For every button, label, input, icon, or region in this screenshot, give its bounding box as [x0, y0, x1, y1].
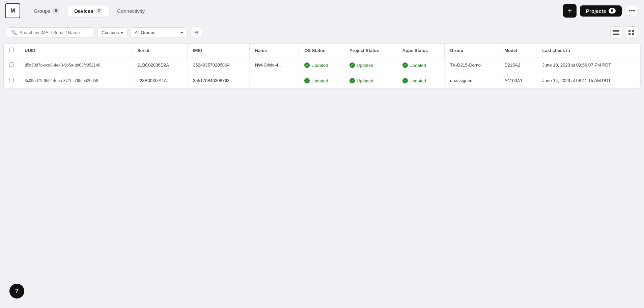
cell-model: A4100A1	[499, 73, 537, 88]
header-checkbox[interactable]	[4, 44, 19, 57]
col-header-project-status: Project Status	[344, 44, 397, 57]
groups-chevron: ▾	[181, 30, 183, 35]
groups-label: All Groups	[135, 30, 155, 35]
projects-label: Projects	[586, 8, 606, 14]
col-header-group: Group	[445, 44, 499, 57]
row-checkbox-cell[interactable]	[4, 73, 19, 88]
tab-devices-badge: 2	[95, 8, 103, 14]
col-header-imei: IMEI	[187, 44, 249, 57]
devices-table: UUID Serial IMEI Name OS Status Project …	[3, 43, 641, 88]
cell-uuid: 3c09ed72-95f2-4dba-877f-c765fb52bd59	[19, 73, 132, 88]
project-status-text: Updated	[357, 78, 373, 83]
add-button[interactable]: +	[563, 4, 577, 18]
svg-rect-7	[632, 33, 634, 35]
svg-rect-0	[613, 30, 619, 31]
col-header-serial: Serial	[132, 44, 188, 57]
cell-serial: 21BC02836D2A	[132, 57, 188, 73]
cell-project-status: ✓ Updated	[344, 57, 397, 73]
search-input[interactable]	[20, 30, 90, 35]
tab-groups-label: Groups	[34, 8, 50, 14]
col-header-model: Model	[499, 44, 537, 57]
list-view-button[interactable]	[610, 26, 622, 38]
help-icon: ?	[15, 288, 19, 295]
search-icon: 🔍	[11, 30, 17, 35]
svg-rect-1	[613, 31, 619, 32]
apps-status-text: Updated	[410, 63, 426, 68]
projects-button[interactable]: Projects 6	[580, 5, 622, 17]
cell-apps-status: ✓ Updated	[397, 57, 444, 73]
contains-dropdown[interactable]: Contains ▾	[97, 27, 128, 38]
cell-last-check-in: June 18, 2023 at 09:56:07 PM PDT	[537, 57, 640, 73]
cell-model: D215A2	[499, 57, 537, 73]
svg-rect-3	[613, 34, 619, 35]
more-button[interactable]: •••	[625, 4, 639, 18]
topbar-right: + Projects 6 •••	[563, 4, 639, 18]
view-controls	[610, 26, 637, 38]
cell-group: TK-D215-Demo	[445, 57, 499, 73]
svg-rect-4	[628, 30, 631, 32]
logo: M	[5, 3, 20, 18]
cell-imei: 352403570205864	[187, 57, 249, 73]
apps-status-icon: ✓	[402, 78, 408, 83]
row-checkbox[interactable]	[9, 62, 13, 67]
col-header-last-check-in: Last check in	[537, 44, 640, 57]
contains-chevron: ▾	[121, 30, 123, 35]
tab-connectivity[interactable]: Connectivity	[110, 5, 151, 17]
topbar: M Groups 6 Devices 2 Connectivity + Proj…	[0, 0, 644, 22]
cell-project-status: ✓ Updated	[344, 73, 397, 88]
svg-rect-5	[632, 30, 634, 32]
groups-dropdown[interactable]: All Groups ▾	[130, 27, 188, 38]
apps-status-text: Updated	[410, 78, 426, 83]
os-status-text: Updated	[311, 63, 328, 68]
cell-apps-status: ✓ Updated	[397, 73, 444, 88]
list-view-icon	[613, 30, 619, 35]
filter-button[interactable]: ⊟	[190, 26, 202, 38]
tab-group: Groups 6 Devices 2 Connectivity	[27, 5, 151, 17]
cell-name: NW-Clinic-4...	[249, 57, 299, 73]
tab-devices[interactable]: Devices 2	[67, 5, 109, 17]
more-icon: •••	[629, 7, 635, 15]
os-status-icon: ✓	[304, 78, 310, 83]
filter-icon: ⊟	[194, 30, 198, 35]
col-header-apps-status: Apps Status	[397, 44, 444, 57]
select-all-checkbox[interactable]	[9, 48, 13, 52]
table-row[interactable]: d5a5087b-ccd8-4e43-9b5a-dd03fc952146 21B…	[4, 57, 640, 73]
cell-group: unassigned	[445, 73, 499, 88]
table-row[interactable]: 3c09ed72-95f2-4dba-877f-c765fb52bd59 228…	[4, 73, 640, 88]
tab-devices-label: Devices	[74, 8, 93, 14]
svg-rect-6	[628, 33, 631, 35]
cell-os-status: ✓ Updated	[299, 73, 344, 88]
tab-groups-badge: 6	[52, 8, 59, 14]
col-header-uuid: UUID	[19, 44, 132, 57]
filter-bar: 🔍 Contains ▾ All Groups ▾ ⊟	[0, 22, 644, 43]
project-status-icon: ✓	[349, 78, 355, 83]
tab-connectivity-label: Connectivity	[117, 8, 145, 14]
cell-serial: 228B003f7A4A	[132, 73, 188, 88]
grid-view-icon	[628, 30, 634, 35]
tab-groups[interactable]: Groups 6	[27, 5, 66, 17]
help-button[interactable]: ?	[9, 284, 24, 299]
apps-status-icon: ✓	[402, 62, 408, 68]
contains-label: Contains	[102, 30, 119, 35]
col-header-os-status: OS Status	[299, 44, 344, 57]
row-checkbox[interactable]	[9, 78, 13, 82]
grid-view-button[interactable]	[625, 26, 637, 38]
cell-uuid: d5a5087b-ccd8-4e43-9b5a-dd03fc952146	[19, 57, 132, 73]
col-header-name: Name	[249, 44, 299, 57]
project-status-text: Updated	[357, 63, 373, 68]
cell-imei: 355170840308763	[187, 73, 249, 88]
search-container: 🔍	[7, 27, 94, 37]
cell-name	[249, 73, 299, 88]
cell-os-status: ✓ Updated	[299, 57, 344, 73]
os-status-icon: ✓	[304, 62, 310, 68]
project-status-icon: ✓	[349, 62, 355, 68]
table-header-row: UUID Serial IMEI Name OS Status Project …	[4, 44, 640, 57]
os-status-text: Updated	[311, 78, 328, 83]
cell-last-check-in: June 14, 2023 at 08:41:15 AM PDT	[537, 73, 640, 88]
svg-rect-2	[613, 33, 619, 33]
row-checkbox-cell[interactable]	[4, 57, 19, 73]
projects-badge: 6	[609, 8, 616, 14]
